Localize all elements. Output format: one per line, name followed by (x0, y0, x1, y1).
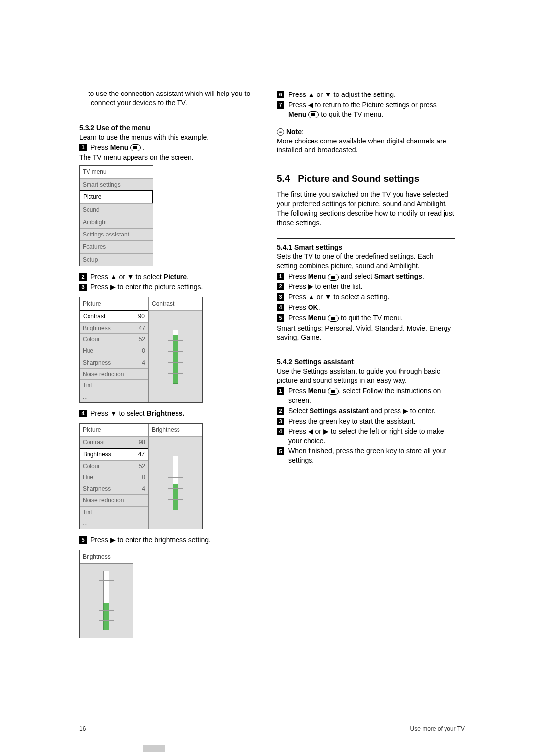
step-badge-3: 3 (277, 293, 284, 301)
arrow-down-icon: ▼ (325, 91, 332, 98)
brightness-panel: Brightness (79, 550, 134, 638)
panel-header-right: Brightness (149, 424, 202, 437)
note-icon (277, 128, 284, 136)
arrow-left-icon: ◀ (308, 427, 313, 435)
s542-step-1: Press Menu , select Follow the instructi… (288, 386, 455, 405)
s542-step-2: Select Settings assistant and press ▶ to… (288, 406, 455, 416)
arrow-up-icon: ▲ (308, 293, 315, 301)
step-7-text: Press ◀ to return to the Picture setting… (288, 100, 455, 119)
step-3-text: Press ▶ to enter the picture settings. (90, 283, 257, 292)
step-5-text: Press ▶ to enter the brightness setting. (90, 535, 257, 545)
picture-panel-brightness: Picture Contrast98 Brightness47 Colour52… (79, 423, 203, 529)
section-5-4-para: The first time you switched on the TV yo… (277, 190, 455, 228)
panel-row: Contrast90 (80, 310, 148, 322)
section-5-3-2-para: Learn to use the menus with this example… (79, 133, 257, 142)
panel-row: Brightness47 (80, 448, 148, 460)
brightness-slider-area (80, 564, 133, 638)
step-2-text: Press ▲ or ▼ to select Picture. (90, 272, 257, 282)
brightness-slider (167, 456, 184, 510)
note-body: More choices come available when digital… (277, 137, 455, 155)
step-badge-6: 6 (277, 91, 284, 98)
step-badge-4: 4 (277, 304, 284, 311)
page-number: 16 (79, 725, 86, 732)
s541-step-2: Press ▶ to enter the list. (288, 282, 455, 291)
step-badge-1: 1 (277, 273, 284, 280)
arrow-right-icon: ▶ (110, 283, 116, 291)
tv-menu-illustration: TV menu Smart settings Picture Sound Amb… (79, 165, 153, 266)
tv-menu-item: Sound (80, 203, 153, 216)
arrow-right-icon: ▶ (323, 427, 329, 435)
s541-step-1: Press Menu and select Smart settings. (288, 272, 455, 281)
panel-row: Tint (80, 379, 148, 391)
footer-label: Use more of your TV (410, 725, 465, 732)
tv-menu-item: Ambilight (80, 216, 153, 228)
note-line: Note: (277, 127, 455, 137)
section-5-4-1-para: Sets the TV to one of the predefined set… (277, 252, 455, 271)
picture-panel-contrast: Picture Contrast90 Brightness47 Colour52… (79, 297, 203, 403)
tv-menu-item: Settings assistant (80, 228, 153, 240)
menu-icon (328, 315, 339, 322)
arrow-down-icon: ▼ (127, 273, 134, 281)
s541-after: Smart settings: Personal, Vivid, Standar… (277, 324, 455, 342)
panel-row: Hue0 (80, 472, 148, 483)
menu-icon (308, 111, 319, 118)
arrow-up-icon: ▲ (110, 273, 117, 281)
panel-row: Colour52 (80, 460, 148, 472)
panel-row: Sharpness4 (80, 357, 148, 368)
panel-row: Sharpness4 (80, 483, 148, 494)
arrow-down-icon: ▼ (325, 293, 332, 301)
s542-step-4: Press ◀ or ▶ to select the left or right… (288, 427, 455, 446)
step-badge-5: 5 (277, 314, 284, 322)
menu-icon (130, 144, 141, 151)
step-badge-2: 2 (277, 283, 284, 290)
arrow-right-icon: ▶ (110, 536, 116, 544)
step-1-text: Press Menu . (90, 143, 257, 152)
panel-header-left: Picture (80, 424, 148, 436)
step-badge-3: 3 (79, 284, 87, 291)
contrast-slider (167, 330, 184, 384)
s542-step-5: When finished, press the green key to st… (288, 446, 455, 465)
arrow-right-icon: ▶ (403, 407, 408, 415)
step-6-text: Press ▲ or ▼ to adjust the setting. (288, 90, 455, 99)
step-badge-4: 4 (277, 428, 284, 435)
s541-step-5: Press Menu to quit the TV menu. (288, 313, 455, 323)
step-badge-2: 2 (277, 407, 284, 415)
panel-row: Colour52 (80, 333, 148, 345)
tv-menu-item: Features (80, 240, 153, 253)
panel-row: ... (80, 518, 148, 529)
brightness-header: Brightness (80, 550, 133, 564)
panel-row: Noise reduction (80, 494, 148, 506)
step-badge-1: 1 (79, 144, 87, 151)
step-4-text: Press ▼ to select Brightness. (90, 409, 257, 418)
s541-step-3: Press ▲ or ▼ to select a setting. (288, 292, 455, 302)
panel-row: Noise reduction (80, 368, 148, 379)
step-badge-4: 4 (79, 410, 87, 417)
section-5-3-2-title: 5.3.2 Use of the menu (79, 123, 257, 133)
step-badge-5: 5 (79, 536, 87, 544)
menu-icon (328, 388, 339, 395)
section-5-4-2-para: Use the Settings assistant to guide you … (277, 367, 455, 385)
panel-row: Hue0 (80, 345, 148, 356)
s541-step-4: Press OK. (288, 303, 455, 312)
slider-area (149, 437, 202, 529)
section-5-4-2-title: 5.4.2 Settings assistant (277, 357, 455, 367)
arrow-left-icon: ◀ (308, 101, 313, 109)
step-badge-2: 2 (79, 273, 87, 281)
tv-menu-item: Setup (80, 253, 153, 266)
tv-menu-title: TV menu (80, 166, 153, 178)
tv-menu-item: Smart settings (80, 178, 153, 190)
arrow-right-icon: ▶ (308, 283, 313, 290)
tv-menu-item-selected: Picture (80, 190, 153, 203)
thumb-tab (143, 745, 165, 752)
step-1-after: The TV menu appears on the screen. (79, 153, 257, 162)
menu-icon (328, 274, 339, 281)
step-badge-5: 5 (277, 447, 284, 455)
step-badge-1: 1 (277, 387, 284, 395)
panel-row: Brightness47 (80, 322, 148, 333)
intro-bullet: - to use the connection assistant which … (79, 89, 257, 108)
panel-row: Tint (80, 506, 148, 518)
panel-row: Contrast98 (80, 436, 148, 448)
section-5-4-title: 5.4 Picture and Sound settings (277, 172, 455, 185)
step-badge-7: 7 (277, 101, 284, 109)
arrow-up-icon: ▲ (308, 91, 315, 98)
